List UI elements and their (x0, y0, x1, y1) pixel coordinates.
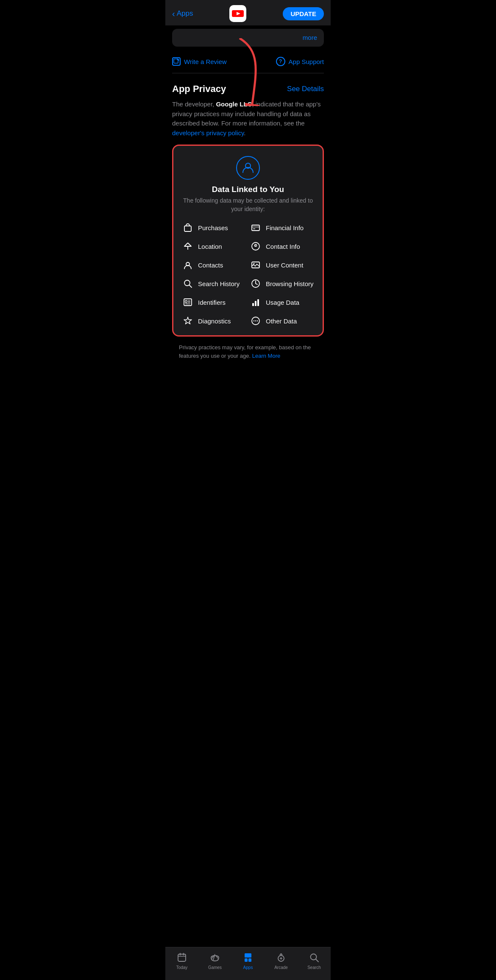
diagnostics-label: Diagnostics (198, 317, 231, 325)
svg-rect-10 (252, 225, 259, 231)
learn-more-link[interactable]: Learn More (252, 353, 280, 359)
actions-row: Write a Review ? App Support (165, 50, 331, 70)
svg-text:i: i (255, 244, 256, 248)
data-item-purchases: Purchases (182, 222, 246, 234)
divider-1 (172, 73, 324, 73)
data-card-subtitle: The following data may be collected and … (182, 197, 314, 213)
data-item-user-content: User Content (250, 259, 314, 271)
svg-line-20 (189, 285, 192, 288)
data-item-contact-info: i Contact Info (250, 240, 314, 252)
search-history-icon (182, 278, 194, 290)
usage-data-icon (250, 296, 262, 308)
write-review-icon (172, 57, 181, 66)
location-icon (182, 240, 194, 252)
svg-rect-23 (185, 301, 187, 303)
svg-rect-27 (252, 303, 254, 306)
identifiers-label: Identifiers (198, 299, 226, 306)
identifiers-icon (182, 296, 194, 308)
user-content-label: User Content (266, 262, 303, 269)
bag-icon (182, 222, 194, 234)
app-support-icon: ? (276, 57, 285, 66)
svg-rect-12 (253, 228, 255, 229)
svg-rect-29 (257, 299, 259, 306)
see-details-link[interactable]: See Details (287, 85, 324, 93)
data-item-usage-data: Usage Data (250, 296, 314, 308)
diagnostics-icon (182, 315, 194, 327)
privacy-title: App Privacy (172, 84, 226, 95)
data-item-location: Location (182, 240, 246, 252)
svg-rect-9 (184, 226, 191, 231)
svg-point-33 (257, 320, 258, 321)
chevron-left-icon: ‹ (172, 9, 175, 18)
svg-rect-28 (255, 301, 256, 306)
privacy-footer: Privacy practices may vary, for example,… (172, 343, 324, 370)
svg-point-31 (254, 320, 254, 321)
svg-point-32 (255, 320, 256, 321)
privacy-section: App Privacy See Details The developer, G… (165, 77, 331, 375)
financial-icon (250, 222, 262, 234)
data-card-icon (182, 156, 314, 180)
data-item-diagnostics: Diagnostics (182, 315, 246, 327)
app-support-label: App Support (289, 58, 324, 65)
contact-info-icon: i (250, 240, 262, 252)
browsing-history-icon (250, 278, 262, 290)
more-link[interactable]: more (303, 34, 317, 41)
other-data-icon (250, 315, 262, 327)
write-review-action[interactable]: Write a Review (172, 57, 227, 66)
user-content-icon (250, 259, 262, 271)
financial-info-label: Financial Info (266, 224, 304, 231)
svg-rect-11 (252, 226, 259, 228)
contact-info-label: Contact Info (266, 243, 300, 250)
partial-card: more (172, 29, 324, 47)
update-button[interactable]: UPDATE (283, 7, 324, 20)
person-icon-circle (236, 156, 260, 180)
privacy-description: The developer, Google LLC, indicated tha… (172, 100, 324, 138)
back-label: Apps (177, 9, 193, 18)
location-label: Location (198, 243, 222, 250)
data-item-financial: Financial Info (250, 222, 314, 234)
privacy-policy-link[interactable]: developer's privacy policy (172, 129, 244, 136)
contacts-label: Contacts (198, 262, 223, 269)
search-history-label: Search History (198, 280, 240, 287)
data-item-contacts: Contacts (182, 259, 246, 271)
data-items-grid: Purchases Financial Info (182, 222, 314, 327)
data-item-identifiers: Identifiers (182, 296, 246, 308)
other-data-label: Other Data (266, 317, 297, 325)
app-support-action[interactable]: ? App Support (276, 57, 324, 66)
usage-data-label: Usage Data (266, 299, 299, 306)
contacts-icon (182, 259, 194, 271)
app-icon (229, 5, 246, 22)
data-item-browsing-history: Browsing History (250, 278, 314, 290)
data-linked-card: Data Linked to You The following data ma… (172, 145, 324, 337)
data-item-other-data: Other Data (250, 315, 314, 327)
data-item-search-history: Search History (182, 278, 246, 290)
nav-bar: ‹ Apps UPDATE (165, 0, 331, 25)
purchases-label: Purchases (198, 224, 228, 231)
write-review-label: Write a Review (184, 58, 227, 65)
back-button[interactable]: ‹ Apps (172, 9, 193, 18)
svg-point-18 (254, 263, 255, 264)
privacy-header: App Privacy See Details (172, 84, 324, 95)
data-card-title: Data Linked to You (182, 185, 314, 194)
browsing-history-label: Browsing History (266, 280, 314, 287)
